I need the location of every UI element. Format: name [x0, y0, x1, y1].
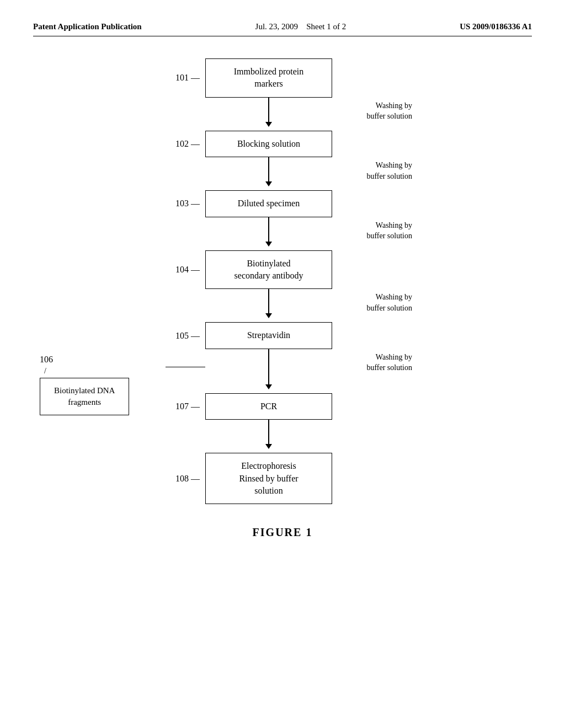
- box-103: Diluted specimen: [205, 190, 332, 217]
- sheet: Sheet 1 of 2: [306, 22, 346, 31]
- figure-label: FIGURE 1: [253, 526, 313, 539]
- patent-number: US 2009/0186336 A1: [460, 22, 532, 31]
- wash-after-103: Washing bybuffer solution: [340, 220, 412, 242]
- diagram-container: 101 — Immbolized proteinmarkers Washing …: [33, 58, 532, 539]
- arrow-104: [205, 289, 332, 318]
- box-105: Streptavidin: [205, 322, 332, 349]
- publication-label: Patent Application Publication: [33, 22, 142, 31]
- box-107: PCR: [205, 393, 332, 420]
- label-102: 102 —: [167, 139, 205, 149]
- node-106-area: 106 / Biotinylated DNAfragments: [40, 355, 129, 415]
- arrow-section-103: Washing bybuffer solution: [167, 217, 443, 250]
- page-header: Patent Application Publication Jul. 23, …: [33, 22, 532, 36]
- arrow-section-101: Washing bybuffer solution: [167, 98, 443, 131]
- label-101: 101 —: [167, 73, 205, 83]
- node-108-row: 108 — ElectrophoresisRinsed by buffersol…: [167, 453, 443, 504]
- arrow-102: [205, 157, 332, 186]
- arrow-103: [205, 217, 332, 247]
- arrow-section-105-with-branch: Washing bybuffer solution 106 / Biotinyl…: [167, 349, 443, 393]
- label-105: 105 —: [167, 331, 205, 341]
- node-101-row: 101 — Immbolized proteinmarkers: [167, 58, 443, 98]
- box-102: Blocking solution: [205, 131, 332, 157]
- arrow-section-107: [167, 420, 443, 453]
- wash-after-101: Washing bybuffer solution: [340, 100, 412, 122]
- box-104: Biotinylatedsecondary antibody: [205, 250, 332, 290]
- arrow-105: [205, 349, 332, 389]
- label-107: 107 —: [167, 402, 205, 411]
- arrow-107: [205, 420, 332, 449]
- label-104: 104 —: [167, 265, 205, 275]
- node-103-row: 103 — Diluted specimen: [167, 190, 443, 217]
- box-101: Immbolized proteinmarkers: [205, 58, 332, 98]
- arrow-101: [205, 98, 332, 127]
- label-108: 108 —: [167, 474, 205, 484]
- date-sheet: Jul. 23, 2009 Sheet 1 of 2: [255, 22, 347, 31]
- page: Patent Application Publication Jul. 23, …: [0, 0, 565, 728]
- node-104-row: 104 — Biotinylatedsecondary antibody: [167, 250, 443, 290]
- main-flow: 101 — Immbolized proteinmarkers Washing …: [167, 58, 443, 504]
- box-108: ElectrophoresisRinsed by buffersolution: [205, 453, 332, 504]
- node-102-row: 102 — Blocking solution: [167, 131, 443, 157]
- label-103: 103 —: [167, 199, 205, 208]
- wash-after-104: Washing bybuffer solution: [340, 292, 412, 313]
- date: Jul. 23, 2009: [255, 22, 299, 31]
- node-105-row: 105 — Streptavidin: [167, 322, 443, 349]
- arrow-section-102: Washing bybuffer solution: [167, 157, 443, 190]
- node-107-row: 107 — PCR: [167, 393, 443, 420]
- wash-after-102: Washing bybuffer solution: [340, 160, 412, 181]
- wash-after-105: Washing bybuffer solution: [340, 352, 412, 373]
- box-106: Biotinylated DNAfragments: [40, 378, 129, 415]
- arrow-section-104: Washing bybuffer solution: [167, 289, 443, 322]
